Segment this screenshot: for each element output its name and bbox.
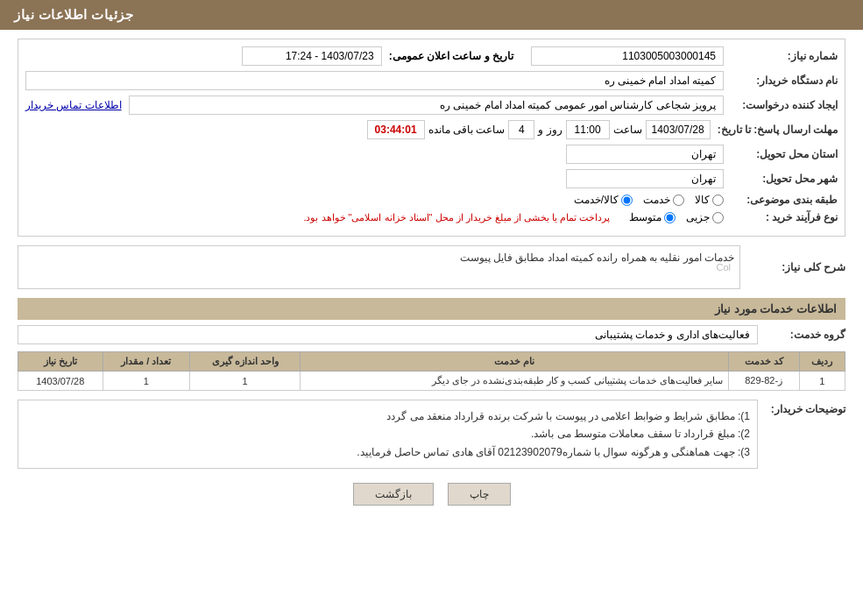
notes-box: 1): مطابق شرایط و ضوابط اعلامی در پیوست …	[18, 400, 758, 469]
col-nam: نام خدمت	[301, 352, 728, 372]
tarikh-value: 1403/07/23 - 17:24	[242, 46, 382, 66]
buttons-row: چاپ بازگشت	[18, 483, 845, 506]
col-tarikh: تاریخ نیاز	[18, 352, 103, 372]
cell-tarikh: 1403/07/28	[18, 372, 103, 391]
row-ijad-konande: ایجاد کننده درخواست: پرویز شجاعی کارشناس…	[25, 96, 838, 115]
col-vahed: واحد اندازه گیری	[189, 352, 300, 372]
tarikh-label: تاریخ و ساعت اعلان عمومی:	[389, 50, 513, 62]
note-line: 2): مبلغ قرارداد تا سقف معاملات متوسط می…	[25, 425, 750, 443]
cell-vahed: 1	[189, 372, 300, 391]
table-body: 1 ز-82-829 سایر فعالیت‌های خدمات پشتیبان…	[18, 372, 845, 391]
mohlat-roz: 4	[508, 120, 534, 139]
countdown-label: ساعت باقی مانده	[428, 124, 506, 136]
cell-nam: سایر فعالیت‌های خدمات پشتیبانی کسب و کار…	[301, 372, 728, 391]
row-ostan: استان محل تحویل: تهران	[25, 145, 838, 164]
nove-farayand-label: نوع فرآیند خرید :	[724, 211, 838, 223]
row-nove-farayand: نوع فرآیند خرید : جزیی متوسط پرداخت تمام…	[25, 211, 838, 223]
radio-jozyi-input[interactable]	[712, 212, 724, 223]
cell-radif: 1	[799, 372, 845, 391]
cell-tedad: 1	[103, 372, 189, 391]
countdown-box: 03:44:01	[367, 120, 425, 139]
ostan-value: تهران	[566, 145, 724, 164]
notes-content: 1): مطابق شرایط و ضوابط اعلامی در پیوست …	[25, 407, 750, 461]
radio-khadamat-input[interactable]	[673, 195, 684, 206]
tabaqe-label: طبقه بندی موضوعی:	[724, 194, 838, 206]
sharh-section: شرح کلی نیاز: خدمات امور نقلیه به همراه …	[18, 245, 845, 289]
row-mohlat: مهلت ارسال پاسخ: تا تاریخ: 1403/07/28 سا…	[25, 120, 838, 139]
roz-label: روز و	[538, 124, 562, 136]
page-title: جزئیات اطلاعات نیاز	[14, 7, 133, 22]
col-radif: ردیف	[799, 352, 845, 372]
mohlat-label: مهلت ارسال پاسخ: تا تاریخ:	[711, 124, 838, 136]
notes-label: توضیحات خریدار:	[758, 403, 845, 415]
row-notes: توضیحات خریدار: 1): مطابق شرایط و ضوابط …	[18, 400, 845, 469]
saat-label: ساعت	[613, 124, 642, 136]
farayand-radio-group: جزیی متوسط پرداخت تمام یا بخشی از مبلغ خ…	[303, 211, 724, 223]
table-header-row: ردیف کد خدمت نام خدمت واحد اندازه گیری ت…	[18, 352, 845, 372]
grouh-value: فعالیت‌های اداری و خدمات پشتیبانی	[18, 325, 758, 344]
radio-kala-label: کالا	[695, 194, 710, 206]
nam-dastgah-value: کمیته امداد امام خمینی ره	[25, 71, 724, 90]
ostan-label: استان محل تحویل:	[724, 148, 838, 160]
farayand-note: پرداخت تمام یا بخشی از مبلغ خریدار از مح…	[303, 212, 610, 223]
radio-motavasset-input[interactable]	[664, 212, 676, 223]
mohlat-date: 1403/07/28	[646, 120, 711, 139]
cell-kod: ز-82-829	[728, 372, 799, 391]
grouh-label: گروه خدمت:	[758, 329, 845, 341]
radio-khadamat[interactable]: خدمت	[643, 194, 684, 206]
shomare-niaz-label: شماره نیاز:	[724, 50, 838, 62]
col-tedad: تعداد / مقدار	[103, 352, 189, 372]
radio-kala[interactable]: کالا	[695, 194, 724, 206]
nam-dastgah-label: نام دستگاه خریدار:	[724, 74, 838, 87]
page-header: جزئیات اطلاعات نیاز	[0, 0, 863, 30]
page-wrapper: جزئیات اطلاعات نیاز شماره نیاز: 11030050…	[0, 0, 863, 616]
shahr-value: تهران	[566, 169, 724, 188]
services-table-section: ردیف کد خدمت نام خدمت واحد اندازه گیری ت…	[18, 351, 845, 391]
row-shahr: شهر محل تحویل: تهران	[25, 169, 838, 188]
main-content: شماره نیاز: 1103005003000145 تاریخ و ساع…	[0, 30, 863, 528]
note-line: 3): جهت هماهنگی و هرگونه سوال با شماره02…	[25, 443, 750, 461]
radio-jozyi-label: جزیی	[686, 211, 710, 223]
radio-kala-input[interactable]	[712, 195, 724, 206]
col-kod: کد خدمت	[728, 352, 799, 372]
sharh-value: خدمات امور نقلیه به همراه رانده کمیته ام…	[460, 251, 734, 264]
mohlat-saat: 11:00	[566, 120, 610, 139]
table-row: 1 ز-82-829 سایر فعالیت‌های خدمات پشتیبان…	[18, 372, 845, 391]
info-section: شماره نیاز: 1103005003000145 تاریخ و ساع…	[18, 39, 845, 237]
shomare-niaz-value: 1103005003000145	[531, 46, 724, 66]
radio-motavasset-label: متوسط	[629, 211, 661, 223]
radio-kala-khadamat[interactable]: کالا/خدمت	[574, 194, 633, 206]
shahr-label: شهر محل تحویل:	[724, 173, 838, 185]
sharh-value-box: خدمات امور نقلیه به همراه رانده کمیته ام…	[18, 245, 740, 289]
radio-kala-khadamat-label: کالا/خدمت	[574, 194, 619, 206]
note-line: 1): مطابق شرایط و ضوابط اعلامی در پیوست …	[25, 407, 750, 425]
sharh-label: شرح کلی نیاز:	[740, 261, 845, 273]
row-sharh: شرح کلی نیاز: خدمات امور نقلیه به همراه …	[18, 245, 845, 289]
services-table: ردیف کد خدمت نام خدمت واحد اندازه گیری ت…	[18, 351, 845, 391]
back-button[interactable]: بازگشت	[353, 483, 434, 506]
row-shomare-tarikh: شماره نیاز: 1103005003000145 تاریخ و ساع…	[25, 46, 838, 66]
radio-motavasset[interactable]: متوسط	[629, 211, 676, 223]
khadamat-section-header: اطلاعات خدمات مورد نیاز	[18, 298, 845, 320]
row-tabaqe: طبقه بندی موضوعی: کالا خدمت کالا/خدمت	[25, 194, 838, 206]
tabaqe-radio-group: کالا خدمت کالا/خدمت	[574, 194, 724, 206]
row-nam-dastgah: نام دستگاه خریدار: کمیته امداد امام خمین…	[25, 71, 838, 90]
ijad-konande-label: ایجاد کننده درخواست:	[724, 99, 838, 111]
print-button[interactable]: چاپ	[448, 483, 511, 506]
radio-kala-khadamat-input[interactable]	[621, 195, 633, 206]
ijad-konande-value: پرویز شجاعی کارشناس امور عمومی کمیته امد…	[129, 96, 724, 115]
radio-khadamat-label: خدمت	[643, 194, 670, 206]
contact-link[interactable]: اطلاعات تماس خریدار	[25, 99, 122, 111]
row-grouh: گروه خدمت: فعالیت‌های اداری و خدمات پشتی…	[18, 325, 845, 344]
radio-jozyi[interactable]: جزیی	[686, 211, 724, 223]
col-badge: Col	[716, 262, 731, 273]
